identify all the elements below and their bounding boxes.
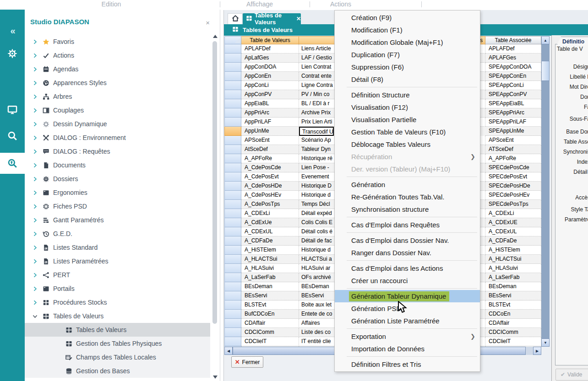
sidebar-item-actions[interactable]: Actions xyxy=(25,48,210,62)
cell-table-associee[interactable]: A_HLASuivi xyxy=(485,264,541,273)
cell-table-name[interactable]: BufCDCoEn xyxy=(241,310,299,319)
cell-table-name[interactable]: CDCIComm xyxy=(241,328,299,337)
sidebar-item-pert[interactable]: PERT xyxy=(25,268,210,282)
cell-table-name[interactable]: AppConEn xyxy=(241,72,299,81)
cell-table-associee[interactable]: BEsDeman xyxy=(485,282,541,291)
tree-scroll-down-icon[interactable] xyxy=(213,376,218,379)
cell-table-associee[interactable]: APSceEnt xyxy=(485,136,541,145)
row-selector-cell[interactable] xyxy=(224,227,241,236)
menu-item-cr-er-un-raccourci[interactable]: Créer un raccourci xyxy=(335,274,480,287)
menu-item-cas-d-emploi-dans-les-actions[interactable]: Cas d'Emploi dans les Actions xyxy=(335,262,480,274)
cell-table-associee[interactable]: SPEAppPriArc xyxy=(485,108,541,118)
rail-item-star-icon[interactable] xyxy=(0,71,25,92)
cell-table-name[interactable]: AppConPV xyxy=(241,90,299,99)
cell-table-associee[interactable]: CDAffair xyxy=(485,319,541,328)
cell-table-name[interactable]: A_LaSerFab xyxy=(241,273,299,282)
cell-table-associee[interactable]: SPEAppEiaBL xyxy=(485,99,541,108)
cell-table-associee[interactable]: SPEAppConPV xyxy=(485,90,541,99)
sidebar-item-gantt-param-tr-s[interactable]: Gantt Paramétrés xyxy=(25,213,210,227)
cell-table-name[interactable]: APSceEnt xyxy=(241,136,299,145)
rail-item-monitor-icon[interactable] xyxy=(0,99,25,120)
cell-table-associee[interactable]: CDCoEn xyxy=(485,310,541,319)
vscroll-thumb[interactable] xyxy=(541,61,550,81)
menu-item-exportation[interactable]: Exportation❯ xyxy=(335,330,480,343)
menu-item-d-tail-f8-[interactable]: Détail (F8) xyxy=(335,73,480,86)
menu-item-suppression-f6-[interactable]: Suppression (F6) xyxy=(335,61,480,73)
menu-item-cr-ation-f9-[interactable]: Création (F9) xyxy=(335,11,480,24)
cell-table-associee[interactable]: BLSTEvt xyxy=(485,301,541,310)
rail-item-search-location-icon[interactable] xyxy=(0,153,25,174)
cell-table-name[interactable]: AppPriLAF xyxy=(241,118,299,127)
cell-table-name[interactable]: APLAFDef xyxy=(241,44,299,54)
row-selector-cell[interactable] xyxy=(224,209,241,218)
menu-item-modification-f1-[interactable]: Modification (F1) xyxy=(335,24,480,36)
menu-item-re-g-n-ration-toutes-tab-val-[interactable]: Re-Génération Toutes Tab.Val. xyxy=(335,191,480,203)
row-selector-cell[interactable] xyxy=(224,291,241,301)
sidebar-item-listes-standard[interactable]: Listes Standard xyxy=(25,241,210,254)
menu-item-cas-d-emploi-dans-requ-tes[interactable]: Cas d'Emploi dans Requêtes xyxy=(335,219,480,231)
cell-table-name[interactable]: AppUnMe xyxy=(241,127,299,136)
cell-table-associee[interactable]: APLAFGes xyxy=(485,54,541,63)
sidebar-subitem-champs-des-tables-locales[interactable]: Champs des Tables Locales xyxy=(25,350,210,364)
menu-item-cas-d-emploi-dans-dossier-nav-[interactable]: Cas d'Emploi dans Dossier Nav. xyxy=(335,234,480,247)
row-selector-cell[interactable] xyxy=(224,44,241,54)
cell-table-associee[interactable]: A_HLACTSui xyxy=(485,255,541,264)
menu-item-visualisation-f12-[interactable]: Visualisation (F12) xyxy=(335,101,480,113)
row-selector-cell[interactable] xyxy=(224,63,241,72)
tab-close-icon[interactable]: ✕ xyxy=(296,16,301,22)
cell-table-name[interactable]: A_CdePosHDe xyxy=(241,182,299,191)
cell-table-name[interactable]: AppEiaBL xyxy=(241,99,299,108)
row-selector-cell[interactable] xyxy=(224,328,241,337)
rail-item-collapse-chevrons-icon[interactable]: « xyxy=(0,20,25,41)
cell-table-associee[interactable]: A_CDExUL xyxy=(485,227,541,236)
menu-item-importation-de-donn-es[interactable]: Importation de Données xyxy=(335,343,480,355)
cell-table-associee[interactable]: A_CDFaDe xyxy=(485,236,541,246)
menu-item-d-finition-structure[interactable]: Définition Structure xyxy=(335,89,480,101)
rail-item-search-icon[interactable] xyxy=(0,125,25,146)
cell-table-associee[interactable]: SPEAppConLi xyxy=(485,81,541,90)
cell-table-name[interactable]: ApLafGes xyxy=(241,54,299,63)
cell-table-name[interactable]: AppPriArc xyxy=(241,108,299,118)
sidebar-subitem-gestion-des-tables-physiques[interactable]: Gestion des Tables Physiques xyxy=(25,337,210,350)
menu-item-synchronisation-structure[interactable]: Synchronisation structure xyxy=(335,203,480,215)
scroll-up-icon[interactable]: ▲ xyxy=(541,36,550,44)
cell-table-name[interactable]: A_HLASuivi xyxy=(241,264,299,273)
row-selector-cell[interactable] xyxy=(224,90,241,99)
cell-table-name[interactable]: A_CdePosTps xyxy=(241,200,299,209)
cell-table-associee[interactable]: ATSceDef xyxy=(485,145,541,154)
sidebar-item-dossiers[interactable]: Dossiers xyxy=(25,172,210,186)
scroll-left-icon[interactable]: ◀ xyxy=(224,347,233,355)
menu-item-d-finition-filtres-et-tris[interactable]: Définition Filtres et Tris xyxy=(335,358,480,370)
grid-corner-cell[interactable] xyxy=(224,36,241,44)
menu-item-ranger-dans-dossier-nav-[interactable]: Ranger dans Dossier Nav. xyxy=(335,247,480,259)
sidebar-subitem-gestion-des-bases[interactable]: Gestion des Bases xyxy=(25,364,210,378)
cell-libelle[interactable]: Transcodif U xyxy=(299,127,334,136)
sidebar-close-icon[interactable]: × xyxy=(206,19,210,27)
row-selector-cell[interactable] xyxy=(224,191,241,200)
definition-tab[interactable]: Définitio xyxy=(557,37,588,45)
sidebar-item-favoris[interactable]: Favoris xyxy=(25,35,210,48)
cell-table-name[interactable]: A_CdePosHEv xyxy=(241,191,299,200)
sidebar-item-documents[interactable]: Documents xyxy=(25,158,210,172)
row-selector-cell[interactable] xyxy=(224,145,241,154)
cell-table-associee[interactable]: CDCIComm xyxy=(485,328,541,337)
row-selector-cell[interactable] xyxy=(224,273,241,282)
menu-item-g-n-ration-tableur-dynamique[interactable]: Génération Tableur Dynamique xyxy=(335,290,480,302)
row-selector-cell[interactable] xyxy=(224,337,241,346)
cell-table-name[interactable]: A_CDExUL xyxy=(241,227,299,236)
cell-table-associee[interactable]: A_APFoRe xyxy=(485,154,541,163)
cell-table-name[interactable]: A_CDFaDe xyxy=(241,236,299,246)
cell-table-associee[interactable]: BEsServi xyxy=(485,291,541,301)
sidebar-item-apparences-styles[interactable]: Apparences Styles xyxy=(25,76,210,90)
row-selector-cell[interactable] xyxy=(224,319,241,328)
cell-table-name[interactable]: AppConDOA xyxy=(241,63,299,72)
cell-table-associee[interactable]: SPECdePosEvt xyxy=(485,172,541,182)
row-selector-cell[interactable] xyxy=(224,255,241,264)
cell-table-name[interactable]: A_CdePosEvt xyxy=(241,172,299,182)
row-selector-cell[interactable] xyxy=(224,172,241,182)
cell-table-name[interactable]: BEsServi xyxy=(241,291,299,301)
cell-table-associee[interactable]: SPEAppConEn xyxy=(485,72,541,81)
menu-item-g-n-ration-liste-param-tr-e[interactable]: Génération Liste Paramétrée xyxy=(335,315,480,327)
sidebar-item-arbres[interactable]: Arbres xyxy=(25,90,210,103)
menubar-group-affichage[interactable]: Affichage xyxy=(241,0,278,8)
